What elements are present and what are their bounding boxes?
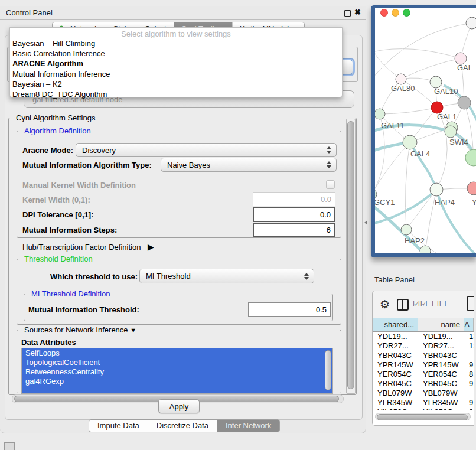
mi-threshold-label: Mutual Information Threshold: xyxy=(28,305,139,314)
manual-kernel-label: Manual Kernel Width Definition xyxy=(22,181,136,190)
network-node[interactable] xyxy=(465,149,476,166)
data-attribute-item[interactable]: TopologicalCoefficient xyxy=(22,358,332,367)
table-cell: 9. xyxy=(464,379,474,389)
network-edge[interactable] xyxy=(375,142,410,194)
table-cell: YBR045C xyxy=(418,379,464,389)
column-header-2[interactable]: name xyxy=(418,318,464,331)
table-horizontal-scrollbar[interactable] xyxy=(375,413,471,420)
bottom-tab-infer-network[interactable]: Infer Network xyxy=(217,420,279,432)
network-node-gal10[interactable] xyxy=(430,76,442,88)
kernel-width-field[interactable]: 0.0 xyxy=(253,192,335,206)
sources-title-wrap[interactable]: Sources for Network Inference ▼ xyxy=(22,325,139,334)
network-edge[interactable] xyxy=(405,142,410,230)
panel-collapse-handle[interactable] xyxy=(364,220,367,225)
node-label: HAP2 xyxy=(405,236,425,245)
data-attributes-list[interactable]: SelfLoopsTopologicalCoefficientBetweenne… xyxy=(21,348,333,394)
table-row[interactable]: YIL052CYIL052C9. xyxy=(373,407,474,410)
dpi-tolerance-field[interactable]: 0.0 xyxy=(253,207,335,222)
table-header-row: shared...nameA xyxy=(373,318,474,332)
kernel-width-label: Kernel Width (0,1): xyxy=(22,195,90,204)
data-attribute-item[interactable]: gal4RGexp xyxy=(22,377,332,386)
table-row[interactable]: YDR27...YDR27...12 xyxy=(373,341,474,351)
bottom-tab-discretize-data[interactable]: Discretize Data xyxy=(148,420,217,432)
sources-title: Sources for Network Inference xyxy=(24,325,128,334)
table-row[interactable]: YDL19...YDL19...13 xyxy=(373,332,474,341)
network-node[interactable] xyxy=(420,246,431,253)
hub-definition-expander[interactable]: Hub/Transcription Factor Definition ▶ xyxy=(22,242,154,252)
data-attribute-item[interactable]: BetweennessCentrality xyxy=(22,367,332,377)
close-icon[interactable]: ✖ xyxy=(354,8,361,17)
network-node-gal11[interactable] xyxy=(375,109,385,119)
column-layout-icon[interactable] xyxy=(397,299,409,311)
window-minimize-light[interactable] xyxy=(392,9,399,17)
mi-threshold-field[interactable]: 0.5 xyxy=(248,302,331,317)
network-node-y[interactable] xyxy=(467,182,476,195)
float-window-icon[interactable] xyxy=(344,10,351,17)
network-edge[interactable] xyxy=(380,107,437,114)
cyni-algorithm-settings-title: Cyni Algorithm Settings xyxy=(14,113,97,122)
algorithm-option[interactable]: Basic Correlation Inference xyxy=(10,48,342,58)
table-row[interactable]: YPR145WYPR145W9. xyxy=(373,360,474,370)
network-node-gal4[interactable] xyxy=(403,135,417,149)
checked-columns-icon[interactable]: ☑☑ xyxy=(413,299,428,308)
which-threshold-value: MI Threshold xyxy=(146,272,191,281)
algorithm-option[interactable]: Bayesian – K2 xyxy=(10,79,342,89)
table-row[interactable]: YBR043CYBR043C xyxy=(373,351,474,360)
settings-vertical-scrollbar[interactable] xyxy=(346,119,356,394)
table-cell: 9. xyxy=(464,407,474,410)
which-threshold-combo[interactable]: MI Threshold xyxy=(139,269,314,283)
threshold-definition-title: Threshold Definition xyxy=(22,255,95,263)
manual-kernel-checkbox[interactable] xyxy=(326,180,335,189)
algorithm-option[interactable]: Bayesian – Hill Climbing xyxy=(10,38,342,48)
table-cell: YER054C xyxy=(418,370,464,379)
column-header-1[interactable]: shared... xyxy=(373,318,418,331)
window-close-light[interactable] xyxy=(380,9,388,17)
bottom-tab-impute-data[interactable]: Impute Data xyxy=(89,420,148,432)
network-node[interactable] xyxy=(466,17,476,29)
network-node[interactable] xyxy=(458,96,471,109)
algorithm-definition-title: Algorithm Definition xyxy=(22,126,93,135)
table-cell: YLR345W xyxy=(418,398,464,407)
table-row[interactable]: YLR345WYLR345W9. xyxy=(373,398,474,407)
node-label: HAP4 xyxy=(435,198,455,207)
control-panel-titlebar xyxy=(0,6,366,20)
network-node-swi4[interactable] xyxy=(445,126,457,138)
table-toolbar: ⚙ ☑☑ ☐☐ xyxy=(373,291,474,318)
unchecked-columns-icon[interactable]: ☐☐ xyxy=(432,299,446,308)
table-row[interactable]: YBL079WYBL079W xyxy=(373,389,474,398)
column-header-3[interactable]: A xyxy=(464,318,474,331)
node-label: GAL xyxy=(457,63,472,72)
network-node-hap4[interactable] xyxy=(430,183,443,196)
combo-spinner-icon xyxy=(327,146,331,154)
window-zoom-light[interactable] xyxy=(403,9,410,17)
algorithm-option[interactable]: Dream8 DC_TDC Algorithm xyxy=(10,89,342,99)
network-edge[interactable] xyxy=(401,58,461,79)
expand-right-icon: ▶ xyxy=(148,242,154,252)
algorithm-option[interactable]: Mutual Information Inference xyxy=(10,69,342,79)
network-node-gal80[interactable] xyxy=(396,74,406,84)
network-node-hap2[interactable] xyxy=(401,224,412,235)
network-canvas[interactable]: GALGAL80GAL10GAL1GAL11GAL4SWI4GCY1HAP4YH… xyxy=(375,8,476,253)
data-attribute-item[interactable]: SelfLoops xyxy=(22,348,332,358)
table-cell: YPR145W xyxy=(418,360,464,370)
apply-button[interactable]: Apply xyxy=(158,399,200,413)
table-row[interactable]: YER054CYER054C8. xyxy=(373,370,474,379)
mi-type-combo[interactable]: Naive Bayes xyxy=(161,158,337,172)
attributes-list-scrollbar[interactable] xyxy=(325,350,331,390)
gear-icon[interactable]: ⚙ xyxy=(380,298,390,311)
network-node-gal[interactable] xyxy=(455,53,467,64)
network-edge[interactable] xyxy=(375,49,461,58)
hub-definition-label: Hub/Transcription Factor Definition xyxy=(22,243,141,252)
table-cell: 12 xyxy=(464,341,474,351)
aracne-mode-value: Discovery xyxy=(82,146,116,155)
algorithm-option[interactable]: ARACNE Algorithm xyxy=(10,58,342,69)
minimized-panel-icon[interactable] xyxy=(4,442,15,450)
table-row[interactable]: YBR045CYBR045C9. xyxy=(373,379,474,389)
table-cell: YDR27... xyxy=(373,341,418,351)
network-graph[interactable]: GALGAL80GAL10GAL1GAL11GAL4SWI4GCY1HAP4YH… xyxy=(375,8,476,253)
network-node[interactable] xyxy=(431,102,443,113)
mi-steps-field[interactable]: 6 xyxy=(253,223,335,237)
aracne-mode-combo[interactable]: Discovery xyxy=(76,143,337,157)
table-cell: 9. xyxy=(464,360,474,370)
table-mode-icon[interactable] xyxy=(467,296,474,311)
